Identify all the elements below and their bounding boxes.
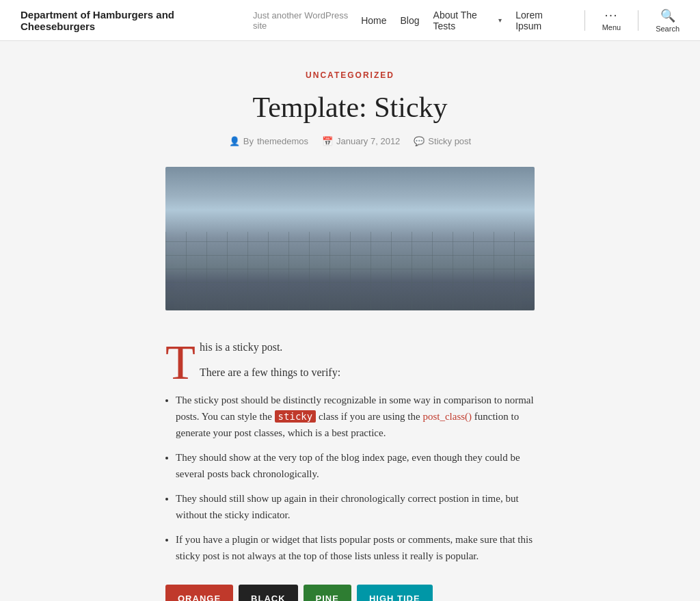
intro-text-1: his is a sticky post. bbox=[200, 341, 282, 353]
drop-cap-letter: T bbox=[165, 343, 196, 383]
post-sticky-meta: 💬 Sticky post bbox=[414, 136, 471, 146]
post-author-meta: 👤 By themedemos bbox=[229, 136, 308, 146]
nav-blog[interactable]: Blog bbox=[401, 15, 420, 26]
search-icon: 🔍 bbox=[660, 8, 675, 23]
post-meta: 👤 By themedemos 📅 January 7, 2012 💬 Stic… bbox=[70, 136, 630, 146]
swatch-orange[interactable]: ORANGE bbox=[165, 585, 233, 601]
swatch-black[interactable]: BLACK bbox=[239, 585, 298, 601]
menu-button[interactable]: ··· Menu bbox=[602, 10, 621, 31]
comment-icon: 💬 bbox=[414, 136, 425, 146]
nav-home[interactable]: Home bbox=[361, 15, 386, 26]
post-title: Template: Sticky bbox=[70, 91, 630, 124]
post-article: UNCATEGORIZED Template: Sticky 👤 By them… bbox=[70, 68, 630, 601]
category-link[interactable]: UNCATEGORIZED bbox=[306, 70, 394, 80]
chevron-down-icon: ▾ bbox=[498, 16, 502, 24]
main-content: UNCATEGORIZED Template: Sticky 👤 By them… bbox=[56, 41, 644, 601]
date-link[interactable]: January 7, 2012 bbox=[336, 136, 400, 146]
dots-icon: ··· bbox=[605, 10, 619, 22]
swatch-pine[interactable]: PINE bbox=[304, 585, 351, 601]
nav-about-tests[interactable]: About The Tests ▾ bbox=[433, 10, 502, 31]
site-nav: Home Blog About The Tests ▾ Lorem Ipsum … bbox=[361, 8, 679, 33]
site-title: Department of Hamburgers and Cheeseburge… bbox=[21, 9, 245, 32]
intro-paragraph: T his is a sticky post. bbox=[165, 338, 535, 356]
post-class-link[interactable]: post_class() bbox=[422, 411, 472, 422]
search-label: Search bbox=[656, 25, 679, 33]
post-list: The sticky post should be distinctly rec… bbox=[176, 392, 535, 564]
color-swatches: ORANGE BLACK PINE HIGH TIDE LUMINANCE ST… bbox=[165, 585, 535, 601]
author-icon: 👤 bbox=[229, 136, 240, 146]
post-category: UNCATEGORIZED bbox=[70, 68, 630, 81]
post-content: T his is a sticky post. There are a few … bbox=[165, 338, 535, 601]
site-branding: Department of Hamburgers and Cheeseburge… bbox=[21, 9, 361, 32]
list-item: The sticky post should be distinctly rec… bbox=[176, 392, 535, 441]
site-header: Department of Hamburgers and Cheeseburge… bbox=[0, 0, 700, 41]
list-item: If you have a plugin or widget that list… bbox=[176, 531, 535, 564]
nav-divider-2 bbox=[638, 10, 638, 31]
sticky-link[interactable]: Sticky post bbox=[428, 136, 471, 146]
intro-text-2: There are a few things to verify: bbox=[165, 363, 535, 382]
sticky-code: sticky bbox=[275, 410, 317, 423]
author-link[interactable]: themedemos bbox=[257, 136, 308, 146]
featured-image bbox=[165, 167, 535, 310]
list-item: They should still show up again in their… bbox=[176, 490, 535, 523]
list-item: They should show at the very top of the … bbox=[176, 449, 535, 482]
swatch-row-1: ORANGE BLACK PINE HIGH TIDE bbox=[165, 585, 535, 601]
site-description: Just another WordPress site bbox=[253, 10, 361, 31]
swatch-high-tide[interactable]: HIGH TIDE bbox=[357, 585, 433, 601]
nav-divider bbox=[584, 10, 585, 31]
nav-lorem-ipsum[interactable]: Lorem Ipsum bbox=[515, 10, 567, 31]
search-button[interactable]: 🔍 Search bbox=[656, 8, 679, 33]
post-date-meta: 📅 January 7, 2012 bbox=[322, 136, 400, 146]
featured-image-placeholder bbox=[165, 167, 535, 310]
calendar-icon: 📅 bbox=[322, 136, 333, 146]
menu-label: Menu bbox=[602, 23, 621, 31]
